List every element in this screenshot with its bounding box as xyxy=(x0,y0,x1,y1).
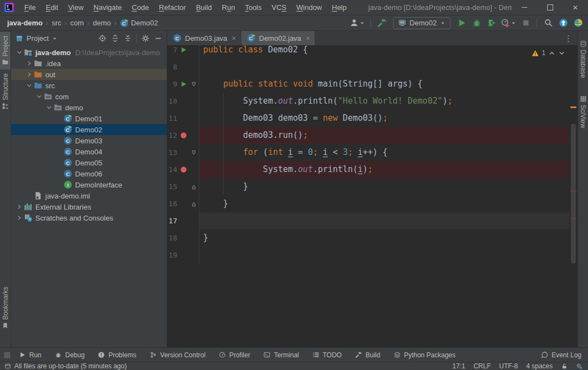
tab-options-icon[interactable]: ⋮ xyxy=(564,34,573,42)
chevron-down-icon[interactable] xyxy=(44,103,54,112)
chevron-right-icon[interactable] xyxy=(24,59,34,68)
toolwindow-button-terminal[interactable]: Terminal xyxy=(263,351,299,359)
close-tab-icon[interactable]: ✕ xyxy=(232,35,236,41)
status-widget-crlf[interactable]: CRLF xyxy=(474,362,491,370)
toolwindow-button-build[interactable]: Build xyxy=(355,351,380,359)
vcs-status-message[interactable]: All files are up-to-date (5 minutes ago) xyxy=(4,362,126,370)
menu-tools[interactable]: Tools xyxy=(240,0,267,15)
code-line-9[interactable]: 9 public static void main(String[] args)… xyxy=(167,76,578,93)
code-line-18[interactable]: 18} xyxy=(167,229,578,246)
scrollbar-thumb[interactable] xyxy=(571,124,576,264)
close-tab-icon[interactable]: ✕ xyxy=(306,35,310,41)
tree-item-java-demo[interactable]: java-demoD:\IdeaProjects\java-demo xyxy=(11,47,167,58)
menu-refactor[interactable]: Refactor xyxy=(154,0,191,15)
menu-run[interactable]: Run xyxy=(217,0,240,15)
code-line-16[interactable]: 16 } xyxy=(167,195,578,212)
tree-item-com[interactable]: com xyxy=(11,91,167,102)
tree-item-out[interactable]: out xyxy=(11,69,167,80)
tab-demo02-java[interactable]: CDemo02.java✕ xyxy=(241,31,315,45)
breadcrumb-item-src[interactable]: src xyxy=(50,19,63,27)
fold-up-icon[interactable] xyxy=(190,201,197,207)
previous-problem-icon[interactable] xyxy=(548,50,555,57)
ide-features-button[interactable] xyxy=(573,17,584,29)
menu-build[interactable]: Build xyxy=(191,0,217,15)
tree-item-demo01[interactable]: CDemo01 xyxy=(11,113,167,124)
collapse-all-button[interactable] xyxy=(124,34,132,42)
select-opened-file-button[interactable] xyxy=(98,34,107,42)
status-widget-utf-8[interactable]: UTF-8 xyxy=(499,362,518,370)
debug-button[interactable] xyxy=(471,17,482,29)
menu-code[interactable]: Code xyxy=(127,0,154,15)
update-project-button[interactable] xyxy=(558,17,569,29)
chevron-down-icon[interactable] xyxy=(24,81,34,90)
tree-item-src[interactable]: src xyxy=(11,80,167,91)
menu-edit[interactable]: Edit xyxy=(41,0,63,15)
tree-item-external-libraries[interactable]: External Libraries xyxy=(11,201,167,212)
tab-demo03-java[interactable]: CDemo03.java✕ xyxy=(167,31,241,45)
tool-stripe-structure[interactable]: Structure xyxy=(0,69,10,114)
project-view-select[interactable]: Project xyxy=(15,34,57,42)
menu-file[interactable]: File xyxy=(19,0,41,15)
toolwindow-button-todo[interactable]: TODO xyxy=(312,351,342,359)
menu-window[interactable]: Window xyxy=(292,0,327,15)
status-widget-17-1[interactable]: 17:1 xyxy=(452,362,465,370)
search-everywhere-button[interactable] xyxy=(543,17,554,29)
toolwindow-button-run[interactable]: Run xyxy=(19,351,41,359)
minimize-button[interactable] xyxy=(512,0,537,15)
menu-navigate[interactable]: Navigate xyxy=(88,0,126,15)
run-gutter-icon[interactable] xyxy=(180,46,187,53)
fold-down-icon[interactable] xyxy=(190,149,197,156)
code-editor[interactable]: 7public class Demo02 {89 public static v… xyxy=(167,45,578,347)
tree-item-demo[interactable]: demo xyxy=(11,102,167,113)
run-button[interactable] xyxy=(456,17,467,29)
code-line-13[interactable]: 13 for (int i = 0; i < 3; i++) { xyxy=(167,144,578,161)
tree-item-demo02[interactable]: CDemo02 xyxy=(11,124,167,135)
toolwindow-button-profiler[interactable]: Profiler xyxy=(219,351,250,359)
code-line-17[interactable]: 17 xyxy=(167,212,578,229)
code-line-12[interactable]: 12 demo03.run(); xyxy=(167,127,578,144)
breadcrumb-item-com[interactable]: com xyxy=(68,19,86,27)
toolwindow-button-version-control[interactable]: Version Control xyxy=(150,351,205,359)
breakpoint-icon[interactable] xyxy=(180,166,187,173)
breadcrumb-item-demo[interactable]: demo xyxy=(91,19,113,27)
tree-item-demo05[interactable]: CDemo05 xyxy=(11,157,167,168)
chevron-down-icon[interactable] xyxy=(34,92,44,101)
code-line-15[interactable]: 15 } xyxy=(167,178,578,195)
menu-vcs[interactable]: VCS xyxy=(267,0,292,15)
unlock-icon[interactable] xyxy=(561,363,568,369)
menu-help[interactable]: Help xyxy=(327,0,352,15)
toolwindow-button-debug[interactable]: Debug xyxy=(55,351,84,359)
build-project-button[interactable] xyxy=(377,17,388,29)
run-gutter-icon[interactable] xyxy=(180,81,187,88)
tool-stripe-project[interactable]: Project xyxy=(0,32,10,69)
toolwindow-button-python-packages[interactable]: Python Packages xyxy=(394,351,455,359)
status-widget-4-spaces[interactable]: 4 spaces xyxy=(526,362,553,370)
toolwindow-button-event-log[interactable]: Event Log xyxy=(541,351,581,359)
tool-stripe-database[interactable]: Database xyxy=(578,36,588,82)
tree-item-idea[interactable]: .idea xyxy=(11,58,167,69)
gear-badge-icon[interactable] xyxy=(576,363,582,369)
code-line-8[interactable]: 8 xyxy=(167,58,578,76)
expand-all-button[interactable] xyxy=(111,34,119,42)
tree-item-java-demo-iml[interactable]: java-demo.iml xyxy=(11,190,167,201)
breadcrumb-item-demo02[interactable]: CDemo02 xyxy=(118,19,160,28)
breakpoint-icon[interactable] xyxy=(180,132,187,139)
tree-item-demointerface[interactable]: IDemoInterface xyxy=(11,179,167,190)
profiler-button[interactable] xyxy=(501,17,516,29)
toolwindow-button-problems[interactable]: Problems xyxy=(98,351,136,359)
user-menu-button[interactable] xyxy=(349,17,365,29)
code-line-11[interactable]: 11 Demo03 demo03 = new Demo03(); xyxy=(167,110,578,127)
inspections-widget[interactable]: 1 xyxy=(532,49,565,57)
breadcrumb-item-java-demo[interactable]: java-demo xyxy=(6,19,44,27)
tree-item-demo03[interactable]: CDemo03 xyxy=(11,135,167,146)
menu-view[interactable]: View xyxy=(63,0,88,15)
next-problem-icon[interactable] xyxy=(558,50,565,57)
code-line-10[interactable]: 10 System.out.println("Hello World! Demo… xyxy=(167,93,578,110)
tree-item-demo06[interactable]: CDemo06 xyxy=(11,168,167,179)
fold-down-icon[interactable] xyxy=(190,81,197,88)
chevron-down-icon[interactable] xyxy=(14,48,24,57)
tool-stripe-sciview[interactable]: SciView xyxy=(578,92,588,132)
close-button[interactable]: ✕ xyxy=(563,0,588,15)
run-configuration-select[interactable]: Demo02 xyxy=(393,17,451,29)
stop-button[interactable] xyxy=(520,17,531,29)
